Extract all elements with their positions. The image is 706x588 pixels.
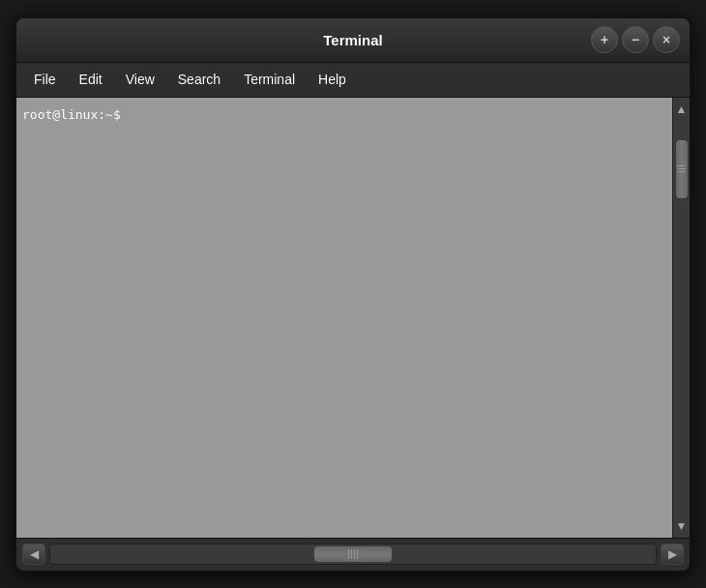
scroll-left-arrow[interactable]: ◀ bbox=[22, 544, 45, 565]
vscroll-thumb[interactable] bbox=[676, 140, 688, 198]
window-title: Terminal bbox=[323, 32, 382, 48]
menu-terminal[interactable]: Terminal bbox=[234, 68, 305, 91]
terminal-window: Terminal + − × File Edit View Search Ter… bbox=[15, 16, 691, 573]
minimize-button[interactable]: − bbox=[622, 26, 649, 53]
menu-file[interactable]: File bbox=[24, 68, 66, 91]
scroll-right-arrow[interactable]: ▶ bbox=[661, 544, 684, 565]
vertical-scrollbar: ▲ ▼ bbox=[672, 98, 690, 538]
menu-view[interactable]: View bbox=[116, 68, 164, 91]
terminal-prompt: root@linux:~$ bbox=[22, 107, 121, 122]
menu-help[interactable]: Help bbox=[309, 68, 356, 91]
add-button[interactable]: + bbox=[591, 26, 618, 53]
vscroll-track[interactable] bbox=[673, 121, 690, 514]
title-bar: Terminal + − × bbox=[16, 18, 690, 63]
hgrip-1 bbox=[348, 549, 349, 559]
close-button[interactable]: × bbox=[653, 26, 680, 53]
window-controls: + − × bbox=[591, 26, 680, 53]
hgrip-2 bbox=[351, 549, 352, 559]
horizontal-scrollbar: ◀ ▶ bbox=[16, 538, 690, 571]
menu-edit[interactable]: Edit bbox=[70, 68, 112, 91]
scroll-up-arrow[interactable]: ▲ bbox=[673, 98, 691, 121]
terminal-wrapper: root@linux:~$ ▲ ▼ bbox=[16, 98, 690, 538]
scroll-down-arrow[interactable]: ▼ bbox=[673, 514, 691, 538]
grip-line-1 bbox=[678, 165, 686, 166]
hscroll-thumb[interactable] bbox=[314, 546, 392, 562]
grip-line-3 bbox=[678, 171, 686, 172]
terminal-content[interactable]: root@linux:~$ bbox=[16, 98, 672, 538]
menu-search[interactable]: Search bbox=[168, 68, 230, 91]
grip-line-2 bbox=[678, 168, 686, 169]
hscroll-track[interactable] bbox=[49, 544, 657, 565]
hgrip-4 bbox=[357, 549, 358, 559]
hgrip-3 bbox=[354, 549, 355, 559]
menu-bar: File Edit View Search Terminal Help bbox=[16, 63, 690, 98]
